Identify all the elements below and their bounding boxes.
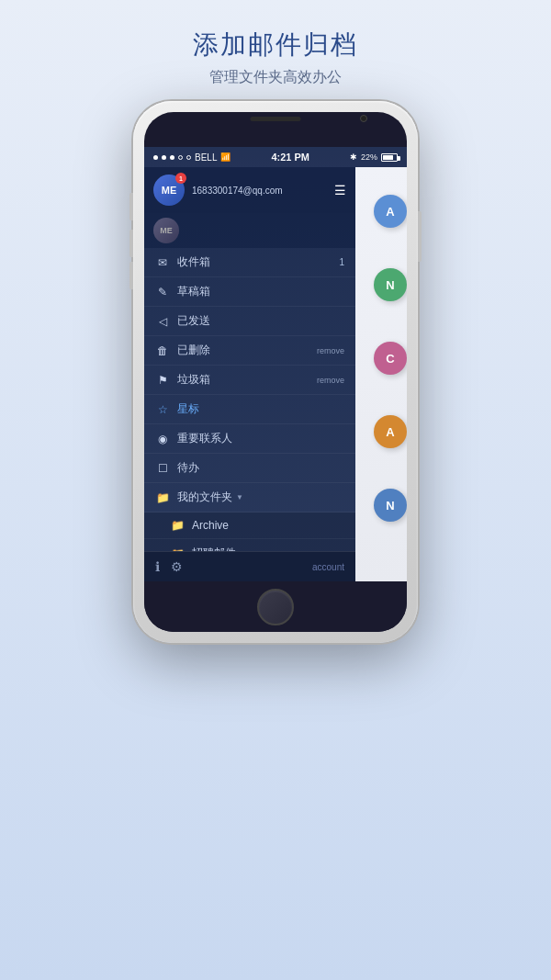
menu-label-5: 星标 bbox=[177, 401, 199, 417]
battery-percent: 22% bbox=[361, 152, 377, 162]
phone-shell: BELL 📶 4:21 PM ✱ 22% ME bbox=[133, 101, 418, 643]
menu-item-6[interactable]: ◉重要联系人 bbox=[144, 424, 355, 454]
signal-dot-1 bbox=[153, 155, 158, 160]
menu-item-3[interactable]: 🗑已删除remove bbox=[144, 336, 355, 366]
screen: BELL 📶 4:21 PM ✱ 22% ME bbox=[144, 147, 407, 581]
status-bar: BELL 📶 4:21 PM ✱ 22% bbox=[144, 147, 407, 167]
email-address: 1683300174@qq.com bbox=[192, 186, 283, 196]
menu-label-3: 已删除 bbox=[177, 343, 210, 358]
sidebar-bottom: ℹ ⚙ account bbox=[144, 551, 355, 581]
dropdown-arrow-8: ▼ bbox=[236, 493, 243, 501]
home-button[interactable] bbox=[257, 589, 294, 625]
menu-icon-7: ☐ bbox=[155, 462, 170, 475]
status-right: ✱ 22% bbox=[350, 152, 398, 162]
bluetooth-icon: ✱ bbox=[350, 152, 357, 162]
menu-item-5[interactable]: ☆星标 bbox=[144, 395, 355, 424]
avatar-primary[interactable]: ME 1 bbox=[153, 175, 185, 206]
menu-label-4: 垃圾箱 bbox=[177, 372, 210, 388]
settings-icon[interactable]: ⚙ bbox=[171, 559, 183, 574]
menu-icon-8: 📁 bbox=[155, 491, 170, 504]
notification-badge: 1 bbox=[175, 173, 186, 184]
menu-label-2: 已发送 bbox=[177, 313, 210, 329]
menu-item-9[interactable]: 📁Archive bbox=[144, 513, 355, 539]
menu-icon-5: ☆ bbox=[155, 403, 170, 416]
status-left: BELL 📶 bbox=[153, 152, 231, 163]
camera bbox=[360, 115, 367, 122]
battery-icon bbox=[381, 153, 398, 162]
menu-badge-0: 1 bbox=[339, 257, 344, 267]
sidebar-header: ME 1 1683300174@qq.com ☰ bbox=[144, 167, 355, 213]
avatar-secondary[interactable]: ME bbox=[153, 218, 179, 243]
menu-item-8[interactable]: 📁我的文件夹▼ bbox=[144, 483, 355, 513]
battery-fill bbox=[383, 155, 393, 160]
menu-item-10[interactable]: 📁招聘邮件 bbox=[144, 539, 355, 551]
carrier-label: BELL bbox=[195, 152, 217, 163]
signal-dot-2 bbox=[162, 155, 166, 160]
menu-icon-4: ⚑ bbox=[155, 374, 170, 387]
menu-label-0: 收件箱 bbox=[177, 254, 210, 270]
sidebar-avatar2-row: ME bbox=[144, 213, 355, 248]
menu-item-1[interactable]: ✎草稿箱 bbox=[144, 277, 355, 307]
menu-item-7[interactable]: ☐待办 bbox=[144, 454, 355, 483]
right-content: ANCAN bbox=[355, 167, 407, 581]
menu-icon-10: 📁 bbox=[170, 547, 185, 552]
menu-icon-3: 🗑 bbox=[155, 344, 170, 357]
menu-label-1: 草稿箱 bbox=[177, 284, 210, 299]
info-icon[interactable]: ℹ bbox=[155, 559, 160, 574]
menu-label-6: 重要联系人 bbox=[177, 431, 232, 446]
page-subtitle: 管理文件夹高效办公 bbox=[18, 68, 533, 87]
menu-item-2[interactable]: ◁已发送 bbox=[144, 307, 355, 336]
menu-label-9: Archive bbox=[192, 519, 229, 532]
circle-btn-2[interactable]: C bbox=[374, 342, 407, 375]
menu-icon-9: 📁 bbox=[170, 519, 185, 532]
menu-icon-2: ◁ bbox=[155, 315, 170, 328]
status-time: 4:21 PM bbox=[271, 152, 309, 163]
signal-dot-5 bbox=[186, 155, 191, 160]
circle-btn-0[interactable]: A bbox=[374, 195, 407, 228]
menu-label-8: 我的文件夹 bbox=[177, 490, 232, 505]
bottom-bar bbox=[144, 581, 407, 632]
page-title: 添加邮件归档 bbox=[18, 28, 533, 62]
sidebar: ME 1 1683300174@qq.com ☰ ME ✉收件箱1✎草稿箱◁已发… bbox=[144, 167, 355, 581]
account-label: account bbox=[312, 562, 344, 572]
earpiece bbox=[251, 117, 301, 121]
menu-items-list: ✉收件箱1✎草稿箱◁已发送🗑已删除remove⚑垃圾箱remove☆星标◉重要联… bbox=[144, 248, 355, 551]
menu-icon-1: ✎ bbox=[155, 286, 170, 299]
menu-item-4[interactable]: ⚑垃圾箱remove bbox=[144, 366, 355, 395]
page-header: 添加邮件归档 管理文件夹高效办公 bbox=[0, 0, 551, 96]
circle-btn-3[interactable]: A bbox=[374, 415, 407, 448]
circle-btn-1[interactable]: N bbox=[374, 268, 407, 301]
signal-dot-3 bbox=[170, 155, 174, 160]
phone-screen: BELL 📶 4:21 PM ✱ 22% ME bbox=[144, 112, 407, 632]
remove-label-3[interactable]: remove bbox=[317, 346, 344, 355]
signal-dot-4 bbox=[178, 155, 183, 160]
menu-icon-0: ✉ bbox=[155, 256, 170, 269]
menu-item-0[interactable]: ✉收件箱1 bbox=[144, 248, 355, 277]
menu-label-7: 待办 bbox=[177, 460, 199, 476]
remove-label-4[interactable]: remove bbox=[317, 376, 344, 385]
circle-btn-4[interactable]: N bbox=[374, 489, 407, 522]
menu-label-10: 招聘邮件 bbox=[192, 546, 236, 551]
hamburger-icon[interactable]: ☰ bbox=[334, 183, 346, 197]
menu-icon-6: ◉ bbox=[155, 433, 170, 445]
wifi-icon: 📶 bbox=[220, 152, 231, 162]
